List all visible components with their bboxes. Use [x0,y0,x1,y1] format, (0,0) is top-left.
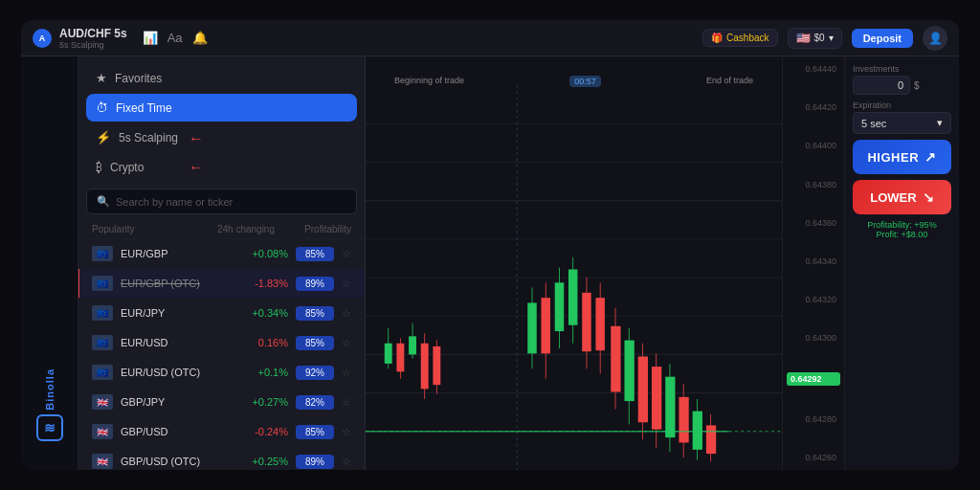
expiration-label: Expiration [853,100,951,110]
nav-tabs: ★ Favorites ⏱ Fixed Time ⚡ 5s Scalping ₿… [78,56,365,189]
cashback-label: Cashback [726,33,768,43]
asset-name: GBP/USD [121,426,223,437]
nav-item-favorites[interactable]: ★ Favorites [86,64,357,92]
text-icon[interactable]: Aa [167,31,183,45]
asset-change: +0.1% [231,367,288,378]
svg-rect-45 [693,412,702,450]
list-item[interactable]: 🇬🇧 GBP/USD -0.24% 85% ☆ [78,417,365,447]
currency-symbol: $ [914,80,920,91]
star-icon[interactable]: ☆ [342,367,351,379]
nav-item-fixed-time[interactable]: ⏱ Fixed Time [86,94,357,122]
price-label: 0.64360 [787,218,840,228]
star-icon[interactable]: ☆ [342,396,351,409]
asset-sub: 5s Scalping [59,40,127,50]
asset-flag: 🇬🇧 [92,394,113,410]
asset-profit: 89% [296,455,334,469]
asset-name: GBP/USD (OTC) [121,456,223,467]
star-icon[interactable]: ☆ [342,248,351,260]
dropdown-icon: ▾ [829,33,834,43]
star-icon[interactable]: ☆ [342,426,351,438]
nav-label-fixed-time: Fixed Time [116,101,172,115]
list-item[interactable]: 🇬🇧 GBP/USD (OTC) +0.25% 89% ☆ [78,447,365,470]
price-label: 0.64300 [787,333,840,343]
svg-rect-33 [611,326,620,392]
deposit-button[interactable]: Deposit [852,29,913,48]
balance-value: $0 [814,33,825,43]
svg-rect-31 [595,298,604,350]
asset-profit: 85% [296,425,334,439]
higher-button[interactable]: HIGHER ↗ [853,140,951,174]
list-item[interactable]: 🇪🇺 EUR/GBP +0.08% 85% ☆ [78,239,365,269]
svg-rect-25 [555,282,564,331]
list-item[interactable]: 🇪🇺 EUR/USD 0.16% 85% ☆ [78,328,365,358]
nav-label-favorites: Favorites [115,72,162,85]
avatar[interactable]: 👤 [923,26,947,51]
chart-icon[interactable]: 📊 [143,31,158,45]
asset-flag: 🇬🇧 [92,424,113,439]
asset-name: EUR/GBP [121,248,223,259]
list-item[interactable]: 🇬🇧 GBP/JPY +0.27% 82% ☆ [78,388,365,417]
svg-rect-41 [665,377,675,437]
investment-input[interactable]: 0 [853,76,910,95]
lower-button[interactable]: LOWER ↘ [853,180,951,214]
alarm-icon[interactable]: 🔔 [192,31,208,45]
nav-item-crypto[interactable]: ₿ Crypto [86,153,357,181]
asset-flag: 🇪🇺 [92,305,113,321]
list-item[interactable]: 🇪🇺 EUR/GBP (OTC) -1.83% 89% ☆ [78,269,365,299]
profitability-label: Profitability: +95% [853,220,951,230]
expiry-value[interactable]: 5 sec ▾ [853,112,951,134]
asset-flag: 🇪🇺 [92,276,113,291]
header-change: 24h changing [198,224,275,234]
asset-name: AUD/CHF 5s [59,27,127,40]
balance-button[interactable]: 🇺🇸 $0 ▾ [788,28,842,49]
left-sidebar: Binolla ≋ [21,56,78,470]
crypto-icon: ₿ [96,160,102,174]
asset-profit: 92% [296,366,334,380]
star-icon[interactable]: ☆ [342,337,351,349]
main-area: Binolla ≋ ★ Favorites ⏱ Fixed Time ⚡ 5s … [21,56,959,470]
price-label: 0.64260 [787,453,840,462]
svg-rect-14 [409,336,416,354]
nav-item-scalping[interactable]: ⚡ 5s Scalping [86,123,357,151]
asset-flag: 🇬🇧 [92,454,113,469]
price-label: 0.64320 [787,295,840,304]
investments-label: Investments [853,64,951,74]
cashback-icon: 🎁 [711,33,723,43]
binolla-text: Binolla [44,368,56,411]
search-placeholder: Search by name or ticker [116,196,233,208]
arrow-scalping: ← [189,159,204,176]
price-label: 0.64400 [787,141,840,150]
asset-change: -1.83% [231,278,288,289]
cashback-button[interactable]: 🎁 Cashback [702,29,777,47]
svg-rect-47 [706,425,716,454]
top-bar-icons: 📊 Aa 🔔 [143,31,208,45]
lower-label: LOWER [870,190,916,205]
asset-profit: 82% [296,395,334,410]
binolla-logo-mark: ≋ [36,414,63,441]
scalp-icon: ⚡ [96,130,111,145]
right-panel: Investments 0 $ Expiration 5 sec ▾ HIGHE… [844,56,959,470]
candles-area [366,85,782,470]
star-icon[interactable]: ☆ [342,278,351,290]
chart-svg [366,85,782,470]
expiry-section: Expiration 5 sec ▾ [853,100,951,134]
arrow-down-icon: ↘ [923,189,934,205]
search-input[interactable]: 🔍 Search by name or ticker [86,189,357,214]
top-bar-right: 🎁 Cashback 🇺🇸 $0 ▾ Deposit 👤 [702,26,947,51]
list-item[interactable]: 🇪🇺 EUR/USD (OTC) +0.1% 92% ☆ [78,358,365,388]
profit-value: Profit: +$8.00 [853,230,951,239]
list-item[interactable]: 🇪🇺 EUR/JPY +0.34% 85% ☆ [78,299,365,328]
asset-change: +0.34% [231,307,288,319]
top-bar-left: A AUD/CHF 5s 5s Scalping 📊 Aa 🔔 [33,27,208,50]
dropdown-panel: ★ Favorites ⏱ Fixed Time ⚡ 5s Scalping ₿… [78,56,366,470]
star-icon[interactable]: ☆ [342,456,351,468]
list-header: Popularity 24h changing Profitability [78,220,365,239]
price-label: 0.64420 [787,102,840,112]
asset-change: 0.16% [231,337,288,348]
investments-section: Investments 0 $ [853,64,951,95]
asset-profit: 89% [296,277,334,291]
search-bar: 🔍 Search by name or ticker [78,189,365,220]
price-label: 0.64440 [787,64,840,74]
binolla-logo: Binolla ≋ [21,368,78,441]
star-icon[interactable]: ☆ [342,307,351,320]
